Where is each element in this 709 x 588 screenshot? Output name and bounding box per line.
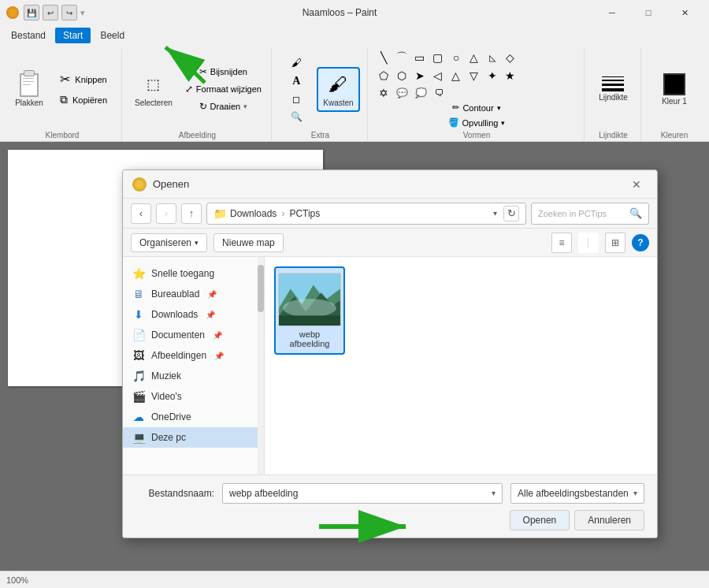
menu-start[interactable]: Start	[55, 28, 91, 43]
shape-line[interactable]: ╲	[376, 50, 392, 65]
shape-bubble[interactable]: 💬	[394, 86, 410, 100]
undo-btn[interactable]: ↩	[43, 5, 58, 20]
file-label: webp afbeelding	[280, 329, 339, 348]
bijsnijden-btn[interactable]: ✂ Bijsnijden	[182, 64, 265, 80]
shape-star4[interactable]: ✦	[484, 68, 500, 84]
shape-bubble2[interactable]: 💭	[413, 86, 429, 100]
lijndikte-btn[interactable]: Lijndikte	[594, 73, 633, 105]
shape-arrow-l[interactable]: ◁	[430, 68, 446, 84]
plakken-btn[interactable]: Plakken	[9, 69, 49, 110]
shape-round-rect[interactable]: ▢	[430, 50, 446, 65]
folder-icon: 📁	[213, 207, 227, 220]
selecteren-btn[interactable]: ⬚ Selecteren	[130, 69, 177, 110]
status-bar: 100%	[0, 571, 709, 588]
shape-rtriangle[interactable]: ◺	[484, 51, 500, 65]
sidebar-item-afbeeldingen[interactable]: 🖼 Afbeeldingen 📌	[123, 345, 264, 366]
kopieren-btn[interactable]: ⧉ Kopiëren	[52, 91, 115, 109]
contour-btn[interactable]: ✏ Contour ▾	[444, 101, 510, 114]
shape-triangle[interactable]: △	[466, 50, 482, 65]
kleuren-items: Kleur 1	[657, 49, 692, 129]
sidebar-item-documenten[interactable]: 📄 Documenten 📌	[123, 325, 264, 345]
redo-btn[interactable]: ↪	[61, 5, 77, 20]
tekst-btn[interactable]: A	[280, 73, 312, 90]
ribbon-group-klembord: Plakken ✂ Knippen ⧉ Kopiëren Kl	[3, 49, 122, 141]
opvulling-btn[interactable]: 🪣 Opvulling ▾	[444, 116, 510, 129]
bijsnijden-label: Bijsnijden	[210, 67, 247, 76]
dialog-close-btn[interactable]: ✕	[625, 173, 648, 195]
ribbon-group-vormen: ╲ ⌒ ▭ ▢ ○ △ ◺ ◇ ⬠ ⬡ ➤ ◁ △	[369, 49, 585, 141]
opvulling-arrow: ▾	[501, 119, 505, 127]
sidebar-item-videos[interactable]: 🎬 Video's	[123, 386, 264, 407]
vormen-group-label: Vormen	[463, 129, 490, 141]
shape-bubble3[interactable]: 🗨	[432, 86, 447, 100]
shape-hexa[interactable]: ⬡	[394, 68, 410, 84]
kopieren-icon: ⧉	[60, 93, 68, 106]
shape-rect[interactable]: ▭	[412, 50, 428, 65]
documenten-icon: 📄	[132, 329, 145, 341]
filename-input[interactable]: webp afbeelding ▾	[222, 483, 503, 504]
nav-forward-btn[interactable]: ›	[156, 203, 176, 224]
shape-curve[interactable]: ⌒	[394, 49, 410, 66]
ribbon-group-kleuren: Kleur 1 Kleuren	[643, 49, 706, 141]
onedrive-label: OneDrive	[151, 411, 191, 422]
shape-ellipse-icon: ○	[453, 51, 459, 64]
shape-rtriangle-icon: ◺	[489, 53, 496, 63]
extra-items: 🖌 A ◻ 🔍 🖌	[280, 49, 359, 129]
view-btn-list[interactable]: ≡	[551, 233, 572, 253]
cancel-btn[interactable]: Annuleren	[574, 510, 644, 530]
shape-arrow-u[interactable]: △	[448, 68, 464, 84]
filetype-dropdown[interactable]: Alle afbeeldingsbestanden ▾	[510, 483, 644, 504]
shape-penta[interactable]: ⬠	[376, 68, 392, 84]
filetype-arrow: ▾	[633, 489, 637, 497]
shape-star6[interactable]: ✡	[376, 85, 392, 101]
search-bar[interactable]: Zoeken in PCTips 🔍	[531, 203, 649, 225]
penseel-btn[interactable]: 🖌	[280, 54, 312, 71]
nav-back-btn[interactable]: ‹	[131, 203, 151, 224]
file-item-webp[interactable]: webp afbeelding	[274, 266, 345, 355]
title-bar: 💾 ↩ ↪ ▾ Naamloos – Paint ─ □ ✕	[0, 0, 709, 25]
shape-hexa-icon: ⬡	[397, 69, 406, 82]
kleurenkiezer-btn[interactable]: 🔍	[280, 109, 312, 125]
refresh-btn[interactable]: ↻	[503, 206, 519, 221]
help-btn[interactable]: ?	[632, 234, 649, 251]
menu-bestand[interactable]: Bestand	[3, 28, 54, 43]
organize-btn[interactable]: Organiseren ▾	[131, 233, 207, 252]
new-folder-btn[interactable]: Nieuwe map	[213, 233, 284, 252]
view-btn-large[interactable]: ⊞	[605, 233, 625, 253]
address-bar[interactable]: 📁 Downloads › PCTips ▾ ↻	[206, 203, 526, 225]
sidebar-scrollbar[interactable]	[258, 257, 264, 474]
knippen-btn[interactable]: ✂ Knippen	[52, 69, 115, 89]
dialog-actions-bar: Organiseren ▾ Nieuwe map ≡ │ ⊞ ?	[123, 229, 657, 257]
kleur1-btn[interactable]: Kleur 1	[657, 70, 692, 109]
lijndikte-label: Lijndikte	[599, 93, 628, 102]
file-grid: webp afbeelding	[274, 266, 648, 355]
menu-beeld[interactable]: Beeld	[92, 28, 132, 43]
maximize-btn[interactable]: □	[630, 0, 666, 25]
shape-star6-icon: ✡	[379, 87, 388, 99]
shape-star5[interactable]: ★	[503, 68, 518, 84]
sidebar-item-muziek[interactable]: 🎵 Muziek	[123, 366, 264, 386]
formaat-btn[interactable]: ⤢ Formaat wijzigen	[182, 81, 265, 97]
ribbon-group-afbeelding: ⬚ Selecteren ✂ Bijsnijden ⤢ Formaat wijz…	[124, 49, 272, 141]
open-btn[interactable]: Openen	[510, 510, 570, 530]
quick-save-btn[interactable]: 💾	[24, 5, 39, 20]
lijndikte-icon	[602, 76, 624, 91]
sidebar-item-onedrive[interactable]: ☁ OneDrive	[123, 407, 264, 427]
sidebar-item-bureaublad[interactable]: 🖥 Bureaublad 📌	[123, 284, 264, 304]
shape-ellipse[interactable]: ○	[448, 50, 464, 65]
close-btn[interactable]: ✕	[666, 0, 703, 25]
shape-diamond[interactable]: ◇	[503, 50, 518, 65]
sidebar-item-downloads[interactable]: ⬇ Downloads 📌	[123, 304, 264, 325]
muziek-icon: 🎵	[132, 370, 145, 382]
kwasten-btn[interactable]: 🖌 Kwasten	[317, 67, 359, 112]
gum-btn[interactable]: ◻	[280, 91, 312, 107]
shape-arrow-r[interactable]: ➤	[412, 68, 428, 84]
sidebar-item-deze-pc[interactable]: 💻 Deze pc	[123, 427, 264, 448]
shape-star4-icon: ✦	[488, 69, 497, 82]
sidebar-item-snelle-toegang[interactable]: ⭐ Snelle toegang	[123, 263, 264, 284]
nav-up-btn[interactable]: ↑	[181, 203, 202, 224]
minimize-btn[interactable]: ─	[594, 0, 630, 25]
draaien-btn[interactable]: ↻ Draaien ▾	[182, 99, 265, 114]
dialog-files-area[interactable]: webp afbeelding	[265, 257, 657, 474]
shape-arrow-d[interactable]: ▽	[466, 68, 482, 84]
